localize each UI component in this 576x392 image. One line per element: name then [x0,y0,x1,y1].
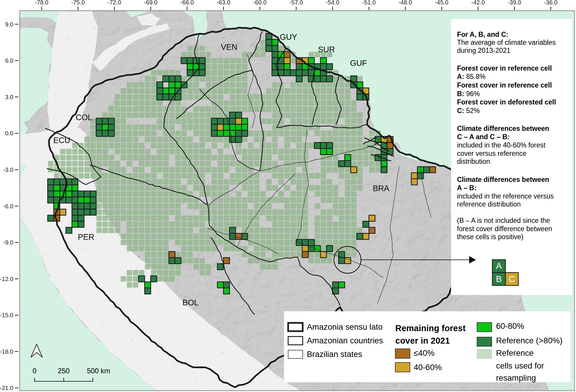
svg-text:SUR: SUR [318,45,335,54]
svg-text:A: 85.8%: A: 85.8% [457,73,485,80]
svg-text:-9.0: -9.0 [3,239,13,246]
svg-text:-66.0: -66.0 [180,0,194,6]
svg-text:9.0: 9.0 [5,21,13,28]
svg-text:500 km: 500 km [87,367,110,375]
svg-text:cover versus reference: cover versus reference [457,150,526,157]
svg-text:Reference: Reference [496,348,534,358]
svg-text:B: B [496,274,502,284]
svg-text:Forest cover in reference cell: Forest cover in reference cell [457,64,552,72]
svg-text:included in the 40-60% forest: included in the 40-60% forest [457,141,546,149]
svg-text:0: 0 [33,367,37,375]
svg-text:Brazilian states: Brazilian states [307,350,362,359]
svg-text:3.0: 3.0 [5,94,13,100]
svg-text:GUY: GUY [280,33,297,42]
svg-text:-54.0: -54.0 [326,0,339,6]
svg-text:C: C [509,274,515,284]
svg-text:Amazonian countries: Amazonian countries [307,336,383,345]
svg-text:VEN: VEN [221,43,237,52]
svg-text:-42.0: -42.0 [471,0,485,6]
svg-text:Reference (>80%): Reference (>80%) [496,336,563,345]
svg-text:COL: COL [76,113,92,122]
svg-text:Amazonia sensu lato: Amazonia sensu lato [307,322,383,331]
svg-text:-57.0: -57.0 [289,0,303,6]
svg-text:-12.0: -12.0 [0,276,13,282]
svg-text:C – A and C – B:: C – A and C – B: [457,133,510,141]
svg-text:250: 250 [58,367,70,375]
svg-text:B: 96%: B: 96% [457,90,480,98]
svg-text:during 2013-2021: during 2013-2021 [457,47,510,54]
svg-text:-45.0: -45.0 [435,0,448,6]
svg-text:ECU: ECU [53,136,70,145]
svg-text:-69.0: -69.0 [144,0,158,6]
svg-text:-72.0: -72.0 [108,0,121,6]
svg-text:GUF: GUF [350,59,367,68]
svg-text:-51.0: -51.0 [362,0,376,6]
svg-text:distribution: distribution [457,158,490,165]
svg-text:Remaining forest: Remaining forest [395,323,466,333]
svg-text:60-80%: 60-80% [496,321,524,331]
svg-text:cover in 2021: cover in 2021 [395,336,450,345]
svg-text:For A, B, and C:: For A, B, and C: [457,31,508,38]
svg-text:reference distribution: reference distribution [457,200,521,208]
svg-text:Climate differences between: Climate differences between [457,176,549,183]
svg-text:A – B:: A – B: [457,184,477,192]
svg-text:40-60%: 40-60% [414,363,442,372]
svg-text:-3.0: -3.0 [3,166,13,173]
svg-text:PER: PER [78,233,94,242]
svg-text:Forest cover in reference cell: Forest cover in reference cell [457,81,552,89]
svg-text:-18.0: -18.0 [0,348,13,355]
svg-text:6.0: 6.0 [5,57,13,64]
svg-text:-78.0: -78.0 [35,0,48,6]
svg-text:-63.0: -63.0 [217,0,230,6]
svg-text:The average of climate variabl: The average of climate variables [457,39,556,46]
svg-text:BOL: BOL [183,298,199,307]
svg-text:-48.0: -48.0 [399,0,412,6]
svg-text:Climate differences between: Climate differences between [457,125,549,132]
svg-text:C: 52%: C: 52% [457,107,480,115]
svg-text:resampling: resampling [496,373,536,383]
svg-text:these cells is positive): these cells is positive) [457,233,523,241]
svg-text:A: A [496,261,502,271]
svg-text:-36.0: -36.0 [544,0,558,6]
svg-text:forest cover difference betwee: forest cover difference between [457,225,552,233]
svg-text:cells used for: cells used for [496,361,544,370]
svg-text:included in the reference vers: included in the reference versus [457,192,554,200]
svg-text:-60.0: -60.0 [253,0,267,6]
svg-text:BRA: BRA [373,184,389,193]
svg-text:(B – A is not included since t: (B – A is not included since the [457,217,550,224]
svg-text:-21.0: -21.0 [0,385,13,391]
svg-text:-15.0: -15.0 [0,312,13,318]
svg-text:-6.0: -6.0 [3,203,13,210]
svg-text:-75.0: -75.0 [71,0,85,6]
svg-text:-39.0: -39.0 [508,0,521,6]
svg-text:0.0: 0.0 [5,130,13,137]
svg-text:≤40%: ≤40% [414,348,434,358]
svg-text:Forest cover in deforested cel: Forest cover in deforested cell [457,98,556,106]
